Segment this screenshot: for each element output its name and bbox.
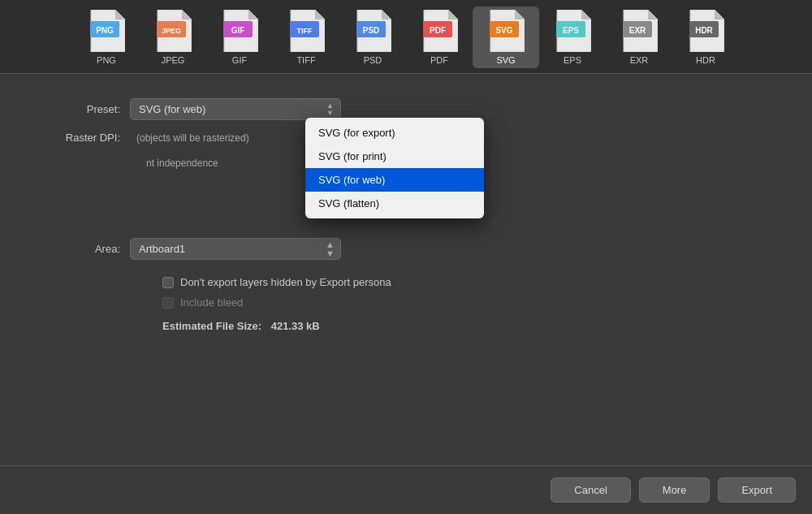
file-type-gif[interactable]: GIF GIF bbox=[206, 6, 273, 68]
hdr-icon: HDR bbox=[687, 10, 724, 52]
pdf-icon: PDF bbox=[421, 10, 458, 52]
hidden-layers-checkbox[interactable] bbox=[162, 277, 174, 288]
jpeg-label: JPEG bbox=[162, 55, 185, 65]
dropdown-item-flatten[interactable]: SVG (flatten) bbox=[305, 192, 484, 215]
psd-icon: PSD bbox=[354, 10, 391, 52]
svg-text:JPEG: JPEG bbox=[162, 27, 181, 35]
dropdown-item-print[interactable]: SVG (for print) bbox=[305, 145, 484, 168]
file-type-tiff[interactable]: TIFF TIFF bbox=[273, 6, 339, 68]
svg-label: SVG bbox=[496, 55, 515, 65]
svg-text:SVG: SVG bbox=[495, 26, 512, 35]
hidden-layers-row: Don't export layers hidden by Export per… bbox=[32, 276, 780, 288]
more-button[interactable]: More bbox=[639, 477, 710, 503]
file-type-eps[interactable]: EPS EPS bbox=[539, 6, 606, 68]
file-type-psd[interactable]: PSD PSD bbox=[339, 6, 406, 68]
svg-icon: SVG bbox=[487, 10, 525, 52]
file-type-exr[interactable]: EXR EXR bbox=[606, 6, 672, 68]
area-row: Area: Artboard1 Selection Whole Document… bbox=[32, 238, 780, 260]
eps-icon: EPS bbox=[554, 10, 591, 52]
tiff-label: TIFF bbox=[296, 55, 315, 65]
svg-text:GIF: GIF bbox=[231, 26, 245, 35]
file-type-bar: PNG PNG JPEG JPEG GIF GIF bbox=[0, 0, 812, 74]
file-type-jpeg[interactable]: JPEG JPEG bbox=[140, 6, 206, 68]
svg-text:TIFF: TIFF bbox=[297, 27, 313, 35]
area-select-wrapper[interactable]: Artboard1 Selection Whole Document ▲▼ bbox=[130, 238, 341, 260]
png-label: PNG bbox=[97, 55, 116, 65]
raster-dpi-info2: nt independence bbox=[146, 158, 218, 169]
file-type-png[interactable]: PNG PNG bbox=[73, 6, 140, 68]
file-type-svg[interactable]: SVG SVG bbox=[473, 6, 539, 68]
cancel-button[interactable]: Cancel bbox=[551, 477, 630, 503]
file-size-value: 421.33 kB bbox=[271, 320, 320, 332]
preset-arrow: ▲▼ bbox=[326, 102, 334, 117]
include-bleed-checkbox[interactable] bbox=[162, 297, 174, 309]
raster-dpi-label: Raster DPI: bbox=[32, 132, 130, 144]
svg-text:EXR: EXR bbox=[629, 26, 646, 35]
gif-icon: GIF bbox=[221, 10, 258, 52]
svg-text:PNG: PNG bbox=[96, 26, 114, 35]
svg-text:PDF: PDF bbox=[430, 26, 446, 35]
preset-select[interactable]: SVG (for web) ▲▼ bbox=[130, 98, 341, 120]
dropdown-popup: SVG (for export) SVG (for print) SVG (fo… bbox=[305, 118, 484, 218]
svg-text:EPS: EPS bbox=[563, 26, 579, 35]
svg-text:PSD: PSD bbox=[363, 26, 380, 35]
area-label: Area: bbox=[32, 243, 130, 255]
export-button[interactable]: Export bbox=[718, 477, 796, 503]
include-bleed-row: Include bleed bbox=[32, 296, 780, 309]
psd-label: PSD bbox=[364, 55, 382, 65]
hidden-layers-label: Don't export layers hidden by Export per… bbox=[180, 276, 391, 288]
file-size-label: Estimated File Size: bbox=[162, 320, 261, 332]
dropdown-item-export[interactable]: SVG (for export) bbox=[305, 121, 484, 145]
dropdown-item-web[interactable]: SVG (for web) bbox=[305, 168, 484, 192]
file-type-pdf[interactable]: PDF PDF bbox=[406, 6, 473, 68]
png-icon: PNG bbox=[88, 10, 125, 52]
estimated-file-size-row: Estimated File Size: 421.33 kB bbox=[32, 320, 780, 332]
pdf-label: PDF bbox=[430, 55, 448, 65]
hdr-label: HDR bbox=[696, 55, 715, 65]
preset-row: Preset: SVG (for web) ▲▼ bbox=[32, 98, 780, 120]
area-select[interactable]: Artboard1 Selection Whole Document bbox=[130, 238, 341, 260]
include-bleed-label: Include bleed bbox=[180, 296, 243, 309]
exr-icon: EXR bbox=[620, 10, 658, 52]
bottom-bar: Cancel More Export bbox=[0, 465, 812, 514]
preset-label: Preset: bbox=[32, 103, 130, 115]
exr-label: EXR bbox=[630, 55, 649, 65]
raster-dpi-info: (objects will be rasterized) bbox=[136, 132, 249, 144]
eps-label: EPS bbox=[564, 55, 581, 65]
preset-select-wrapper[interactable]: SVG (for web) ▲▼ bbox=[130, 98, 341, 120]
preset-select-value: SVG (for web) bbox=[139, 103, 205, 115]
jpeg-icon: JPEG bbox=[154, 10, 192, 52]
tiff-icon: TIFF bbox=[287, 10, 325, 52]
file-type-hdr[interactable]: HDR HDR bbox=[672, 6, 739, 68]
svg-text:HDR: HDR bbox=[695, 26, 713, 35]
gif-label: GIF bbox=[232, 55, 247, 65]
